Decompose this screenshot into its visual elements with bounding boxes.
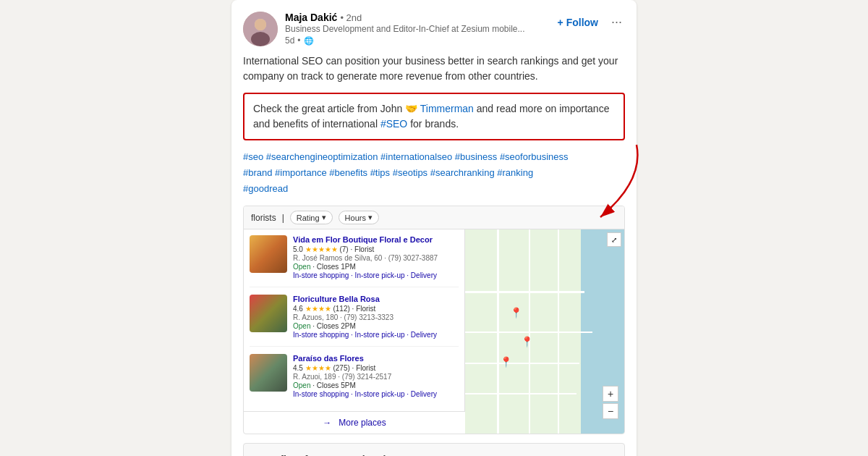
review-count-3: (275) · Florist <box>333 364 375 372</box>
filter-hours[interactable]: Hours ▾ <box>339 211 379 224</box>
filter-rating[interactable]: Rating ▾ <box>290 211 333 224</box>
highlight-text-end: for brands. <box>407 118 459 130</box>
filter-rating-chevron: ▾ <box>322 213 326 222</box>
listing-stars-1: 5.0 ★★★★★ (7) · Florist <box>293 245 459 253</box>
open-status-2: Open <box>293 322 310 330</box>
search-query: florists <box>251 213 276 223</box>
listing-item: Vida em Flor Boutique Floral e Decor 5.0… <box>250 235 459 287</box>
listing-address-1: R. José Ramos de Silva, 60 · (79) 3027-3… <box>293 254 459 262</box>
star-icon-2: ★★★★ <box>305 305 331 313</box>
listing-info-2: Floriculture Bella Rosa 4.6 ★★★★ (112) ·… <box>293 295 459 339</box>
svg-point-2 <box>251 32 270 46</box>
hashtag-benefits[interactable]: #benefits <box>329 167 370 178</box>
rating-value-2: 4.6 <box>293 305 305 313</box>
hashtag-importance[interactable]: #importance <box>275 167 329 178</box>
highlight-text-before: Check the great article from John 🤝 <box>253 103 420 114</box>
hashtag-goodread[interactable]: #goodread <box>243 183 288 194</box>
map-background: 📍 📍 📍 + − ⤢ <box>465 229 624 434</box>
hashtag-ranking[interactable]: #ranking <box>497 167 533 178</box>
map-pin-1: 📍 <box>510 307 522 318</box>
search-map: 📍 📍 📍 + − ⤢ <box>465 229 624 434</box>
zoom-in-button[interactable]: + <box>603 386 618 402</box>
listing-name-1[interactable]: Vida em Flor Boutique Floral e Decor <box>293 235 459 244</box>
open-status-1: Open <box>293 263 310 271</box>
hashtag-searchranking[interactable]: #searchranking <box>430 167 498 178</box>
listing-status-3: Open · Closes 5PM <box>293 381 459 389</box>
follow-button[interactable]: + Follow <box>553 14 603 31</box>
hashtags: #seo #searchengineoptimization #internat… <box>243 149 625 197</box>
hashtag-seoforbusiness[interactable]: #seoforbusiness <box>500 151 569 162</box>
search-top-bar: florists | Rating ▾ Hours ▾ <box>244 206 624 229</box>
listing-name-3[interactable]: Paraíso das Flores <box>293 354 459 363</box>
rating-value-3: 4.5 <box>293 364 305 372</box>
more-places-link[interactable]: → More places <box>244 411 465 434</box>
hashtag-tips[interactable]: #tips <box>370 167 393 178</box>
globe-icon: 🌐 <box>304 36 314 46</box>
author-degree: • 2nd <box>340 12 362 23</box>
listing-tags-2: In-store shopping · In-store pick-up · D… <box>293 331 459 339</box>
listing-name-2[interactable]: Floriculture Bella Rosa <box>293 295 459 303</box>
svg-point-3 <box>255 19 266 30</box>
listing-stars-3: 4.5 ★★★★ (275) · Florist <box>293 364 459 372</box>
listing-address-3: R. Azuoi, 189 · (79) 3214-2517 <box>293 373 459 381</box>
listing-thumb-2 <box>250 295 287 332</box>
hashtag-business[interactable]: #business <box>455 151 500 162</box>
post-time: 5d <box>285 35 294 46</box>
expand-map-button[interactable]: ⤢ <box>607 232 621 247</box>
listing-status-2: Open · Closes 2PM <box>293 322 459 330</box>
highlight-box: Check the great article from John 🤝 Timm… <box>243 93 625 140</box>
listing-item: Floriculture Bella Rosa 4.6 ★★★★ (112) ·… <box>250 295 459 347</box>
timmerman-link[interactable]: Timmerman <box>420 103 474 114</box>
listing-thumb-3 <box>250 354 287 392</box>
review-count-1: (7) · Florist <box>339 245 374 253</box>
map-controls: + − <box>603 386 618 419</box>
listing-status-1: Open · Closes 1PM <box>293 263 459 271</box>
filter-hours-label: Hours <box>345 214 366 222</box>
search-preview: florists | Rating ▾ Hours ▾ Vida em Flor… <box>243 206 625 434</box>
post-header-left: Maja Dakić • 2nd Business Development an… <box>243 12 524 46</box>
zoom-out-button[interactable]: − <box>603 403 618 419</box>
filter-hours-chevron: ▾ <box>368 213 373 222</box>
author-info: Maja Dakić • 2nd Business Development an… <box>285 12 524 46</box>
post-text: International SEO can position your busi… <box>243 54 625 84</box>
listing-address-2: R. Azuos, 180 · (79) 3213-3323 <box>293 313 459 321</box>
listing-item: Paraíso das Flores 4.5 ★★★★ (275) · Flor… <box>250 354 459 405</box>
filter-rating-label: Rating <box>297 214 320 222</box>
open-status-3: Open <box>293 381 310 389</box>
star-icon-3: ★★★★ <box>305 364 331 372</box>
listing-stars-2: 4.6 ★★★★ (112) · Florist <box>293 305 459 313</box>
author-name-row: Maja Dakić • 2nd <box>285 12 524 23</box>
listing-info-3: Paraíso das Flores 4.5 ★★★★ (275) · Flor… <box>293 354 459 398</box>
search-listings: Vida em Flor Boutique Floral e Decor 5.0… <box>244 229 465 411</box>
post-header: Maja Dakić • 2nd Business Development an… <box>243 12 625 46</box>
map-pin-3: 📍 <box>500 356 512 368</box>
author-title: Business Development and Editor-In-Chief… <box>285 24 524 34</box>
seo-link[interactable]: #SEO <box>380 118 407 130</box>
separator-bar: | <box>282 213 284 223</box>
review-count-2: (112) · Florist <box>333 305 375 313</box>
listing-tags-1: In-store shopping · In-store pick-up · D… <box>293 271 459 279</box>
more-options-button[interactable]: ··· <box>608 12 625 33</box>
author-name[interactable]: Maja Dakić <box>285 12 337 23</box>
listing-tags-3: In-store shopping · In-store pick-up · D… <box>293 390 459 398</box>
hashtag-brand[interactable]: #brand <box>243 167 275 178</box>
map-pin-2: 📍 <box>521 336 533 347</box>
hashtag-seotips[interactable]: #seotips <box>393 167 430 178</box>
listing-thumb-1 <box>250 235 287 273</box>
listing-info-1: Vida em Flor Boutique Floral e Decor 5.0… <box>293 235 459 279</box>
hashtag-seo[interactable]: #seo <box>243 151 266 162</box>
star-icon: ★★★★★ <box>305 245 338 253</box>
article-preview[interactable]: Benefits of an International SEO Strateg… <box>243 443 625 456</box>
post-card: Maja Dakić • 2nd Business Development an… <box>231 0 637 456</box>
search-content: Vida em Flor Boutique Floral e Decor 5.0… <box>244 229 624 434</box>
avatar[interactable] <box>243 12 278 46</box>
hashtag-internationalseo[interactable]: #internationalseo <box>380 151 455 162</box>
post-header-right: + Follow ··· <box>553 12 625 33</box>
separator: • <box>297 35 300 46</box>
post-meta: 5d • 🌐 <box>285 35 524 46</box>
rating-value-1: 5.0 <box>293 245 305 253</box>
hashtag-searchengineoptimization[interactable]: #searchengineoptimization <box>266 151 380 162</box>
